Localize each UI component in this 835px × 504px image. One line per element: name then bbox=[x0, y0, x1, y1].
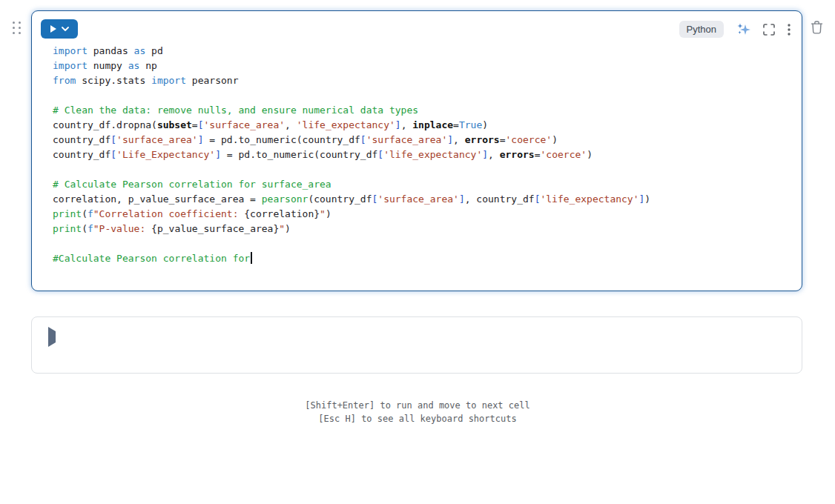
chevron-down-icon bbox=[62, 27, 69, 31]
code-line: print(f"Correlation coefficient: {correl… bbox=[53, 207, 790, 222]
kebab-menu-icon bbox=[788, 24, 791, 36]
empty-cell[interactable] bbox=[31, 316, 802, 374]
code-line: #Calculate Pearson correlation for bbox=[53, 251, 790, 266]
play-icon bbox=[48, 327, 56, 347]
text-cursor bbox=[251, 252, 252, 264]
code-line: from scipy.stats import pearsonr bbox=[53, 73, 790, 88]
empty-cell-run-button[interactable] bbox=[47, 330, 57, 344]
fullscreen-icon bbox=[763, 24, 775, 36]
drag-handle-icon[interactable] bbox=[13, 21, 23, 35]
cell-menu-button[interactable] bbox=[788, 24, 791, 36]
ai-assist-button[interactable] bbox=[736, 22, 750, 36]
code-line: country_df.dropna(subset=['surface_area'… bbox=[53, 118, 790, 133]
code-line: country_df['surface_area'] = pd.to_numer… bbox=[53, 133, 790, 147]
delete-cell-button[interactable] bbox=[811, 20, 823, 37]
code-line: country_df['Life_Expectancy'] = pd.to_nu… bbox=[53, 147, 790, 162]
code-editor[interactable]: import pandas as pdimport numpy as npfro… bbox=[53, 44, 790, 279]
code-line: import numpy as np bbox=[53, 59, 790, 73]
run-cell-button[interactable] bbox=[41, 19, 78, 39]
active-code-cell: Python bbox=[31, 10, 802, 291]
cell-toolbar: Python bbox=[679, 20, 791, 39]
code-line: # Clean the data: remove nulls, and ensu… bbox=[53, 103, 790, 118]
hint-shortcuts-line: [Esc H] to see all keyboard shortcuts bbox=[0, 412, 835, 425]
code-line bbox=[53, 236, 790, 251]
language-badge[interactable]: Python bbox=[679, 21, 724, 38]
code-line bbox=[53, 162, 790, 177]
code-line bbox=[53, 88, 790, 103]
code-line: correlation, p_value_surface_area = pear… bbox=[53, 192, 790, 207]
fullscreen-button[interactable] bbox=[763, 24, 775, 36]
notebook-canvas: Python bbox=[0, 0, 835, 504]
code-line: print(f"P-value: {p_value_surface_area}"… bbox=[53, 222, 790, 236]
code-line: import pandas as pd bbox=[53, 44, 790, 59]
sparkle-icon bbox=[736, 22, 750, 36]
keyboard-hints: [Shift+Enter] to run and move to next ce… bbox=[0, 399, 835, 425]
hint-run-line: [Shift+Enter] to run and move to next ce… bbox=[0, 399, 835, 412]
play-icon bbox=[50, 25, 56, 33]
code-line: # Calculate Pearson correlation for surf… bbox=[53, 177, 790, 192]
trash-icon bbox=[811, 20, 823, 35]
